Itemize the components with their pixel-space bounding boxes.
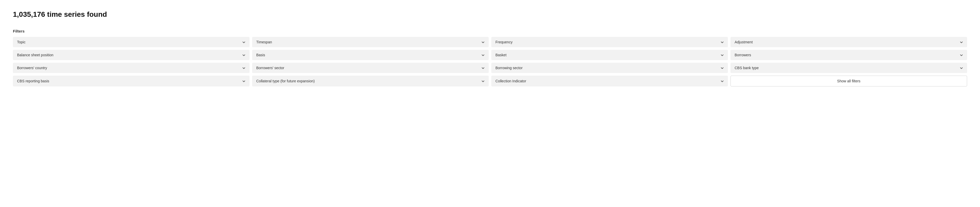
chevron-down-icon: [242, 54, 245, 57]
filter-collateral-type[interactable]: Collateral type (for future expansion): [252, 76, 489, 87]
filter-label-topic: Topic: [17, 40, 240, 44]
filter-label-timespan: Timespan: [256, 40, 479, 44]
filter-cbs-reporting-basis[interactable]: CBS reporting basis: [13, 76, 250, 87]
filter-label-borrowing-sector: Borrowing sector: [495, 66, 719, 70]
chevron-down-icon: [242, 79, 245, 82]
filter-collection-indicator[interactable]: Collection Indicator: [491, 76, 728, 87]
filter-basis[interactable]: Basis: [252, 50, 489, 60]
chevron-down-icon: [721, 66, 724, 70]
filter-borrowers[interactable]: Borrowers: [730, 50, 967, 60]
filter-label-basket: Basket: [495, 53, 719, 57]
chevron-down-icon: [960, 54, 963, 57]
filter-label-borrowers: Borrowers: [735, 53, 958, 57]
chevron-down-icon: [482, 66, 485, 70]
filter-label-cbs-reporting-basis: CBS reporting basis: [17, 79, 240, 83]
filter-label-borrowers-sector: Borrowers' sector: [256, 66, 479, 70]
filter-label-frequency: Frequency: [495, 40, 719, 44]
filters-label: Filters: [13, 29, 967, 33]
chevron-down-icon: [242, 66, 245, 70]
chevron-down-icon: [482, 54, 485, 57]
chevron-down-icon: [721, 41, 724, 44]
chevron-down-icon: [242, 41, 245, 44]
filters-grid: TopicTimespanFrequencyAdjustmentBalance …: [13, 37, 967, 87]
filter-cbs-bank-type[interactable]: CBS bank type: [730, 63, 967, 73]
page-title: 1,035,176 time series found: [13, 10, 967, 19]
chevron-down-icon: [960, 41, 963, 44]
filter-label-borrowers-country: Borrowers' country: [17, 66, 240, 70]
filter-label-collateral-type: Collateral type (for future expansion): [256, 79, 479, 83]
filter-frequency[interactable]: Frequency: [491, 37, 728, 47]
filter-label-collection-indicator: Collection Indicator: [495, 79, 719, 83]
filter-label-cbs-bank-type: CBS bank type: [735, 66, 958, 70]
chevron-down-icon: [482, 41, 485, 44]
chevron-down-icon: [721, 54, 724, 57]
filter-timespan[interactable]: Timespan: [252, 37, 489, 47]
filter-label-adjustment: Adjustment: [735, 40, 958, 44]
filter-balance-sheet-position[interactable]: Balance sheet position: [13, 50, 250, 60]
filter-basket[interactable]: Basket: [491, 50, 728, 60]
filter-borrowers-country[interactable]: Borrowers' country: [13, 63, 250, 73]
chevron-down-icon: [482, 79, 485, 82]
filter-borrowing-sector[interactable]: Borrowing sector: [491, 63, 728, 73]
filter-label-basis: Basis: [256, 53, 479, 57]
chevron-down-icon: [721, 79, 724, 82]
filter-adjustment[interactable]: Adjustment: [730, 37, 967, 47]
show-all-filters-button[interactable]: Show all filters: [730, 76, 967, 87]
filter-label-balance-sheet-position: Balance sheet position: [17, 53, 240, 57]
show-all-filters-label: Show all filters: [837, 79, 861, 83]
chevron-down-icon: [960, 66, 963, 70]
filter-borrowers-sector[interactable]: Borrowers' sector: [252, 63, 489, 73]
filter-topic[interactable]: Topic: [13, 37, 250, 47]
